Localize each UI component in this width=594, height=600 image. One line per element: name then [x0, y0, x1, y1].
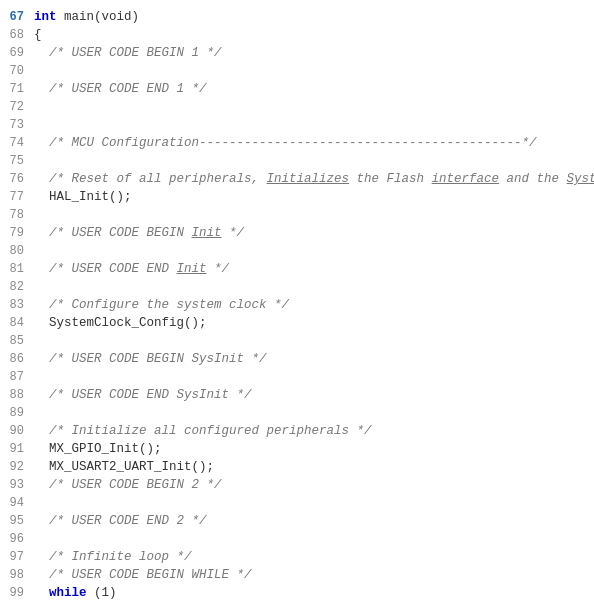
line-number: 78 — [0, 206, 34, 224]
code-line: 68{ — [0, 26, 594, 44]
line-content: /* USER CODE BEGIN 1 */ — [34, 44, 594, 62]
code-line: 98 /* USER CODE BEGIN WHILE */ — [0, 566, 594, 584]
line-number: 87 — [0, 368, 34, 386]
line-number: 84 — [0, 314, 34, 332]
line-content — [34, 332, 594, 350]
line-content: /* USER CODE BEGIN SysInit */ — [34, 350, 594, 368]
line-content: /* USER CODE END SysInit */ — [34, 386, 594, 404]
code-line: 90 /* Initialize all configured peripher… — [0, 422, 594, 440]
line-number: 75 — [0, 152, 34, 170]
line-number: 79 — [0, 224, 34, 242]
line-content: /* Initialize all configured peripherals… — [34, 422, 594, 440]
line-content: /* USER CODE BEGIN WHILE */ — [34, 566, 594, 584]
line-content — [34, 62, 594, 80]
line-content — [34, 494, 594, 512]
code-line: 95 /* USER CODE END 2 */ — [0, 512, 594, 530]
line-content: SystemClock_Config(); — [34, 314, 594, 332]
line-content: while (1) — [34, 584, 594, 600]
code-line: 75 — [0, 152, 594, 170]
line-content: MX_USART2_UART_Init(); — [34, 458, 594, 476]
code-line: 94 — [0, 494, 594, 512]
code-line: 88 /* USER CODE END SysInit */ — [0, 386, 594, 404]
line-content — [34, 368, 594, 386]
code-line: 71 /* USER CODE END 1 */ — [0, 80, 594, 98]
code-line: 89 — [0, 404, 594, 422]
line-number: 67 — [0, 8, 34, 26]
line-number: 93 — [0, 476, 34, 494]
code-line: 77 HAL_Init(); — [0, 188, 594, 206]
line-number: 71 — [0, 80, 34, 98]
code-line: 82 — [0, 278, 594, 296]
line-content: { — [34, 26, 594, 44]
code-line: 81 /* USER CODE END Init */ — [0, 260, 594, 278]
line-content: MX_GPIO_Init(); — [34, 440, 594, 458]
code-line: 93 /* USER CODE BEGIN 2 */ — [0, 476, 594, 494]
code-line: 79 /* USER CODE BEGIN Init */ — [0, 224, 594, 242]
code-line: 69 /* USER CODE BEGIN 1 */ — [0, 44, 594, 62]
code-line: 74 /* MCU Configuration-----------------… — [0, 134, 594, 152]
code-line: 84 SystemClock_Config(); — [0, 314, 594, 332]
line-number: 77 — [0, 188, 34, 206]
code-line: 76 /* Reset of all peripherals, Initiali… — [0, 170, 594, 188]
line-number: 88 — [0, 386, 34, 404]
line-content: /* Configure the system clock */ — [34, 296, 594, 314]
line-number: 70 — [0, 62, 34, 80]
code-editor: 67int main(void)68{69 /* USER CODE BEGIN… — [0, 0, 594, 600]
line-number: 73 — [0, 116, 34, 134]
line-number: 81 — [0, 260, 34, 278]
line-content: /* USER CODE END 1 */ — [34, 80, 594, 98]
line-content — [34, 242, 594, 260]
code-line: 97 /* Infinite loop */ — [0, 548, 594, 566]
line-content: /* USER CODE BEGIN Init */ — [34, 224, 594, 242]
line-content: /* MCU Configuration--------------------… — [34, 134, 594, 152]
line-number: 69 — [0, 44, 34, 62]
code-line: 80 — [0, 242, 594, 260]
line-content: HAL_Init(); — [34, 188, 594, 206]
code-line: 78 — [0, 206, 594, 224]
line-content — [34, 206, 594, 224]
line-number: 86 — [0, 350, 34, 368]
line-content: /* USER CODE END Init */ — [34, 260, 594, 278]
line-number: 76 — [0, 170, 34, 188]
line-number: 72 — [0, 98, 34, 116]
line-content — [34, 404, 594, 422]
line-content — [34, 116, 594, 134]
line-content: /* Reset of all peripherals, Initializes… — [34, 170, 594, 188]
code-line: 87 — [0, 368, 594, 386]
line-number: 74 — [0, 134, 34, 152]
line-content: /* USER CODE BEGIN 2 */ — [34, 476, 594, 494]
line-content — [34, 152, 594, 170]
line-number: 95 — [0, 512, 34, 530]
line-content — [34, 530, 594, 548]
line-content: int main(void) — [34, 8, 594, 26]
line-number: 80 — [0, 242, 34, 260]
line-number: 85 — [0, 332, 34, 350]
code-line: 85 — [0, 332, 594, 350]
line-content — [34, 278, 594, 296]
line-number: 97 — [0, 548, 34, 566]
code-line: 96 — [0, 530, 594, 548]
code-line: 73 — [0, 116, 594, 134]
line-number: 94 — [0, 494, 34, 512]
code-line: 99 while (1) — [0, 584, 594, 600]
line-number: 90 — [0, 422, 34, 440]
code-line: 67int main(void) — [0, 8, 594, 26]
code-line: 91 MX_GPIO_Init(); — [0, 440, 594, 458]
line-number: 99 — [0, 584, 34, 600]
code-line: 72 — [0, 98, 594, 116]
code-line: 92 MX_USART2_UART_Init(); — [0, 458, 594, 476]
line-content — [34, 98, 594, 116]
code-line: 86 /* USER CODE BEGIN SysInit */ — [0, 350, 594, 368]
line-number: 68 — [0, 26, 34, 44]
line-content: /* USER CODE END 2 */ — [34, 512, 594, 530]
line-number: 98 — [0, 566, 34, 584]
line-number: 92 — [0, 458, 34, 476]
code-line: 83 /* Configure the system clock */ — [0, 296, 594, 314]
line-number: 83 — [0, 296, 34, 314]
line-number: 82 — [0, 278, 34, 296]
line-number: 96 — [0, 530, 34, 548]
line-number: 89 — [0, 404, 34, 422]
line-content: /* Infinite loop */ — [34, 548, 594, 566]
line-number: 91 — [0, 440, 34, 458]
code-line: 70 — [0, 62, 594, 80]
